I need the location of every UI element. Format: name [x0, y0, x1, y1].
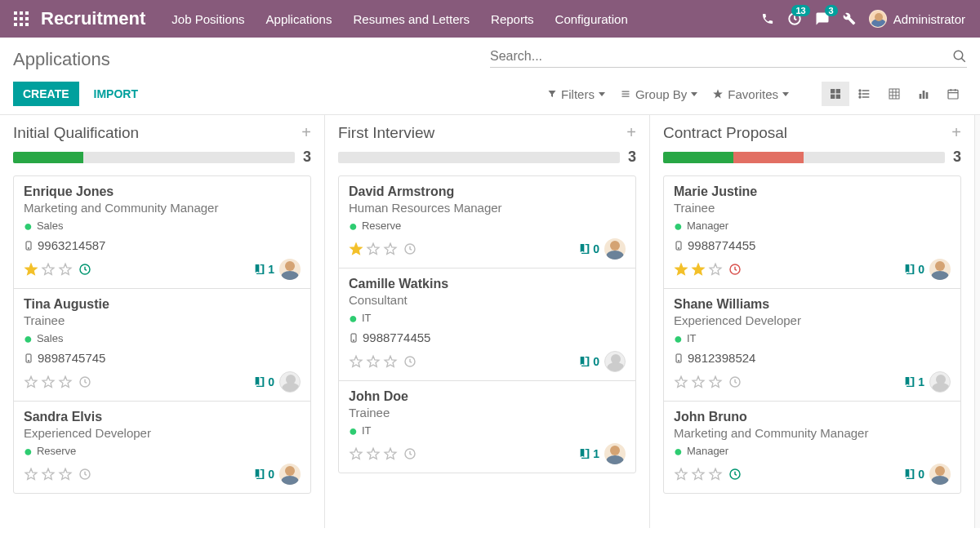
card-tag: ●IT	[674, 332, 951, 344]
card-name: Enrique Jones	[24, 184, 301, 199]
view-calendar[interactable]	[939, 82, 967, 106]
menu-applications[interactable]: Applications	[256, 2, 342, 36]
import-button[interactable]: IMPORT	[84, 82, 148, 106]
card-avatar[interactable]	[279, 259, 301, 280]
svg-rect-20	[923, 91, 925, 99]
card-priority[interactable]	[24, 375, 91, 389]
activity-count[interactable]: 0	[903, 263, 924, 276]
kanban-card[interactable]: Sandra Elvis Experienced Developer ●Rese…	[14, 402, 310, 493]
kanban-card[interactable]: John Doe Trainee ●IT 1	[339, 381, 635, 473]
column-progress[interactable]	[13, 152, 295, 163]
card-avatar[interactable]	[279, 371, 301, 393]
kanban-card[interactable]: David Armstrong Human Resources Manager …	[339, 176, 635, 268]
activity-count[interactable]: 1	[903, 375, 924, 388]
svg-point-17	[859, 96, 861, 98]
svg-rect-11	[831, 89, 835, 93]
svg-rect-13	[831, 95, 835, 99]
card-priority[interactable]	[674, 467, 742, 482]
chat-icon[interactable]: 3	[815, 11, 830, 26]
menu-configuration[interactable]: Configuration	[546, 2, 638, 36]
svg-rect-5	[25, 17, 29, 20]
card-avatar[interactable]	[604, 351, 626, 372]
kanban-card[interactable]: Shane Williams Experienced Developer ●IT…	[664, 289, 960, 402]
card-priority[interactable]	[674, 375, 742, 389]
card-avatar[interactable]	[929, 371, 951, 393]
column-title[interactable]: Initial Qualification	[13, 124, 139, 142]
kanban-column: Initial Qualification + 3 Enrique Jones …	[0, 115, 325, 528]
kanban-card[interactable]: John Bruno Marketing and Community Manag…	[664, 402, 960, 493]
activity-count[interactable]: 0	[253, 468, 274, 481]
kanban-card[interactable]: Camille Watkins Consultant ●IT 998877445…	[339, 268, 635, 381]
svg-rect-1	[20, 11, 23, 15]
svg-rect-7	[20, 23, 23, 26]
card-list: Enrique Jones Marketing and Community Ma…	[13, 175, 311, 494]
svg-point-39	[679, 360, 679, 361]
card-tag: ●IT	[349, 312, 626, 324]
column-title[interactable]: First Interview	[338, 124, 434, 142]
activity-count[interactable]: 0	[578, 242, 599, 255]
activity-count[interactable]: 0	[903, 468, 924, 481]
menu-reports[interactable]: Reports	[481, 2, 544, 36]
favorites-button[interactable]: Favorites	[712, 87, 789, 101]
card-avatar[interactable]	[929, 259, 951, 280]
kanban-card[interactable]: Tina Augustie Trainee ●Sales 9898745745 …	[14, 289, 310, 402]
main-menu: Job Positions Applications Resumes and L…	[162, 2, 637, 36]
view-pivot[interactable]	[880, 82, 908, 106]
apps-icon[interactable]	[10, 11, 33, 26]
menu-job-positions[interactable]: Job Positions	[162, 2, 254, 36]
svg-point-16	[859, 93, 861, 95]
card-name: John Doe	[349, 389, 626, 404]
column-title[interactable]: Contract Proposal	[663, 124, 787, 142]
card-avatar[interactable]	[604, 443, 626, 464]
view-graph[interactable]	[910, 82, 938, 106]
card-subtitle: Trainee	[674, 201, 951, 215]
debug-icon[interactable]	[843, 12, 856, 25]
card-avatar[interactable]	[279, 464, 301, 485]
search-input[interactable]	[490, 49, 952, 64]
activity-icon[interactable]: 13	[787, 11, 802, 26]
card-tag: ●Sales	[24, 220, 301, 232]
app-brand[interactable]: Recruitment	[33, 8, 162, 29]
page-title: Applications	[13, 42, 490, 70]
kanban-card[interactable]: Enrique Jones Marketing and Community Ma…	[14, 176, 310, 289]
kanban-card[interactable]: Marie Justine Trainee ●Manager 998877445…	[664, 176, 960, 289]
column-count: 3	[303, 149, 311, 166]
phone-icon[interactable]	[761, 12, 774, 25]
card-subtitle: Consultant	[349, 293, 626, 307]
card-priority[interactable]	[349, 446, 416, 461]
user-menu[interactable]: Administrator	[869, 10, 965, 28]
activity-count[interactable]: 0	[253, 375, 274, 388]
activity-count[interactable]: 0	[578, 355, 599, 368]
column-add-icon[interactable]: +	[626, 123, 636, 142]
card-avatar[interactable]	[929, 464, 951, 485]
card-name: Camille Watkins	[349, 277, 626, 291]
svg-rect-3	[14, 17, 17, 20]
card-priority[interactable]	[24, 467, 91, 482]
card-priority[interactable]	[349, 354, 416, 369]
svg-rect-4	[20, 17, 23, 20]
card-priority[interactable]	[24, 262, 91, 277]
chat-badge: 3	[825, 5, 838, 16]
card-priority[interactable]	[674, 262, 742, 277]
card-subtitle: Human Resources Manager	[349, 201, 626, 215]
card-phone: 9963214587	[24, 238, 301, 252]
search-icon[interactable]	[952, 49, 967, 64]
groupby-button[interactable]: Group By	[620, 87, 697, 101]
column-add-icon[interactable]: +	[951, 123, 961, 142]
column-add-icon[interactable]: +	[301, 123, 311, 142]
filters-button[interactable]: Filters	[547, 87, 605, 101]
view-kanban[interactable]	[822, 82, 849, 106]
svg-point-24	[29, 247, 29, 248]
column-progress[interactable]	[338, 152, 620, 163]
view-list[interactable]	[851, 82, 879, 106]
card-name: Tina Augustie	[24, 297, 301, 312]
activity-count[interactable]: 1	[578, 447, 599, 460]
top-nav: Recruitment Job Positions Applications R…	[0, 0, 980, 38]
svg-point-32	[354, 340, 354, 340]
create-button[interactable]: CREATE	[13, 82, 79, 106]
menu-resumes[interactable]: Resumes and Letters	[343, 2, 479, 36]
activity-count[interactable]: 1	[253, 263, 274, 276]
card-priority[interactable]	[349, 242, 416, 256]
column-progress[interactable]	[663, 152, 945, 163]
card-avatar[interactable]	[604, 238, 626, 260]
